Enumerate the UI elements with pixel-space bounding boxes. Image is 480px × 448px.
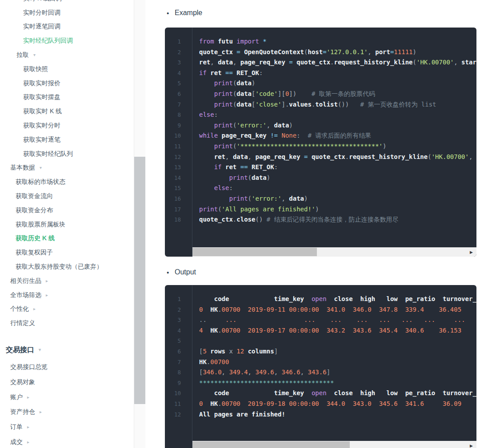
line-number: 12 <box>165 409 181 420</box>
line-number: 6 <box>165 89 181 99</box>
code-line: if ret == RET_OK: <box>199 162 476 173</box>
line-number: 10 <box>165 131 181 141</box>
sidebar-item-label: 全市场筛选 <box>10 291 41 299</box>
chevron-right-icon: ▸ <box>27 425 29 429</box>
sidebar-item-label: 相关衍生品 <box>10 277 41 285</box>
sidebar-item-label: 基本数据 <box>10 164 35 172</box>
sidebar-item[interactable]: 获取标的市场状态 <box>0 175 147 189</box>
code-line: quote_ctx.close() # 结束后记得关闭当条连接，防止连接条数用尽 <box>199 214 476 225</box>
sidebar-item[interactable]: 获取实时摆盘 <box>0 91 147 105</box>
line-number: 17 <box>165 204 181 215</box>
line-number: 15 <box>165 183 181 194</box>
bullet-icon: • <box>167 269 175 276</box>
line-number: 3 <box>165 315 181 325</box>
sidebar-item[interactable]: 实时 K 线回调 <box>0 0 147 6</box>
line-number: 6 <box>165 346 181 357</box>
sidebar-item[interactable]: 订单▸ <box>0 420 147 435</box>
code-line: HK.00700 <box>199 357 476 368</box>
code-line: [5 rows x 12 columns] <box>199 346 476 357</box>
code-line: ret, data, page_req_key = quote_ctx.requ… <box>199 152 476 163</box>
sidebar-item[interactable]: 实时经纪队列回调 <box>0 34 147 48</box>
sidebar-item[interactable]: 获取历史 K 线 <box>0 232 147 246</box>
sidebar-item[interactable]: 账户▸ <box>0 390 147 405</box>
sidebar-item[interactable]: 交易接口▾ <box>0 340 147 360</box>
example-heading: • Example <box>147 8 480 18</box>
line-number: 8 <box>165 367 181 378</box>
sidebar-item[interactable]: 实时逐笔回调 <box>0 20 147 34</box>
sidebar-item[interactable]: 基本数据▾ <box>0 161 147 175</box>
sidebar-item[interactable]: 个性化▸ <box>0 302 147 317</box>
sidebar-item-label: 获取实时分时 <box>23 122 60 130</box>
sidebar-scrollbar[interactable] <box>134 0 145 448</box>
line-number: 9 <box>165 120 181 131</box>
sidebar-item[interactable]: 获取大股东持股变动（已废弃） <box>0 260 147 274</box>
sidebar-item-label: 获取历史 K 线 <box>16 234 55 242</box>
h-scrollbar[interactable]: ▶ <box>192 441 476 448</box>
line-number: 2 <box>165 47 181 58</box>
sidebar-item[interactable]: 获取实时分时 <box>0 119 147 133</box>
sidebar-item[interactable]: 获取资金分布 <box>0 203 147 218</box>
code-line: print('error:', data) <box>199 120 476 131</box>
sidebar-item[interactable]: 行情定义 <box>0 316 147 330</box>
sidebar-item[interactable]: 相关衍生品▸ <box>0 274 147 288</box>
code-line: quote_ctx = OpenQuoteContext(host='127.0… <box>199 47 476 58</box>
sidebar-item-label: 实时逐笔回调 <box>23 23 60 31</box>
scroll-right-arrow-icon[interactable]: ▶ <box>470 444 473 448</box>
code-line: code time_key open close high low pe_rat… <box>199 294 476 305</box>
sidebar-item-label: 获取股票所属板块 <box>16 221 65 229</box>
line-number: 8 <box>165 110 181 120</box>
line-number: 7 <box>165 99 181 110</box>
sidebar-item[interactable]: 交易对象 <box>0 375 147 390</box>
output-code-block: 123456789101112 code time_key open close… <box>165 285 476 448</box>
sidebar-item[interactable]: 获取实时报价 <box>0 76 147 91</box>
line-number: 1 <box>165 294 181 305</box>
sidebar-item[interactable]: 获取实时经纪队列 <box>0 147 147 161</box>
output-heading-label: Output <box>175 268 196 276</box>
h-scrollbar-thumb[interactable] <box>192 248 317 256</box>
scroll-right-arrow-icon[interactable]: ▶ <box>470 250 473 254</box>
code-line: print(data['close'].values.tolist()) # 第… <box>199 99 476 110</box>
chevron-down-icon: ▾ <box>40 166 42 170</box>
line-numbers: 123456789101112131415161718 <box>165 28 192 257</box>
line-number: 5 <box>165 336 181 346</box>
chevron-right-icon: ▸ <box>27 395 29 400</box>
example-code-block: 123456789101112131415161718 from futu im… <box>165 28 476 257</box>
h-scrollbar-thumb[interactable] <box>192 441 350 448</box>
line-number: 5 <box>165 78 181 89</box>
sidebar-item-label: 获取大股东持股变动（已废弃） <box>16 263 103 271</box>
sidebar-item[interactable]: 拉取▾ <box>0 48 147 62</box>
sidebar-item[interactable]: 获取资金流向 <box>0 189 147 203</box>
code-line: ret, data, page_req_key = quote_ctx.requ… <box>199 57 476 68</box>
line-number: 2 <box>165 305 181 315</box>
line-number: 7 <box>165 357 181 368</box>
code-line: print('All pages are finished!') <box>199 204 476 215</box>
sidebar-scrollbar-thumb[interactable] <box>134 157 145 404</box>
code-line: print(data['code'][0]) # 取第一条的股票代码 <box>199 89 476 99</box>
line-number: 10 <box>165 388 181 399</box>
sidebar-item-label: 获取实时报价 <box>23 79 60 87</box>
line-numbers: 123456789101112 <box>165 285 192 448</box>
sidebar-item[interactable]: 获取快照 <box>0 62 147 76</box>
line-number: 9 <box>165 378 181 389</box>
sidebar-item-label: 拉取 <box>16 51 29 59</box>
sidebar-item[interactable]: 获取实时逐笔 <box>0 133 147 147</box>
sidebar-item[interactable]: 成交▸ <box>0 435 147 448</box>
sidebar-item[interactable]: 资产持仓▸ <box>0 405 147 420</box>
sidebar-nav: 实时 K 线回调实时分时回调实时逐笔回调实时经纪队列回调拉取▾获取快照获取实时报… <box>0 0 147 448</box>
sidebar-item[interactable]: 交易接口总览 <box>0 360 147 375</box>
sidebar-item[interactable]: 全市场筛选▸ <box>0 288 147 302</box>
sidebar-item-label: 获取复权因子 <box>16 249 53 257</box>
example-heading-label: Example <box>175 9 202 17</box>
sidebar-item-label: 实时经纪队列回调 <box>23 37 73 45</box>
sidebar-item-label: 行情定义 <box>10 319 35 327</box>
line-number: 18 <box>165 214 181 225</box>
chevron-right-icon: ▸ <box>46 279 48 283</box>
sidebar-item[interactable]: 获取股票所属板块 <box>0 218 147 232</box>
sidebar-item-label: 获取实时经纪队列 <box>23 150 73 158</box>
sidebar-item[interactable]: 获取实时 K 线 <box>0 104 147 119</box>
h-scrollbar[interactable]: ▶ <box>192 247 476 257</box>
sidebar-item[interactable]: 获取复权因子 <box>0 246 147 260</box>
sidebar-item-label: 获取标的市场状态 <box>16 178 65 186</box>
sidebar-item[interactable]: 实时分时回调 <box>0 6 147 20</box>
sidebar-item-label: 获取实时 K 线 <box>23 107 62 115</box>
